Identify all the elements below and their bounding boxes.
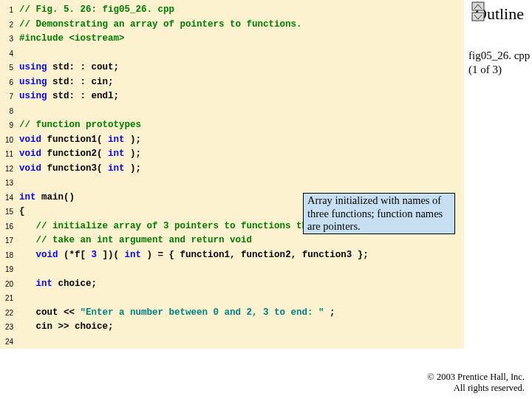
code-line: void function1( int ); — [19, 133, 369, 148]
line-number-gutter: 123456789101112131415161718192021222324 — [0, 3, 13, 349]
code-line — [19, 176, 369, 191]
code-line: void function3( int ); — [19, 162, 369, 177]
code-line: void (*f[ 3 ])( int ) = { function1, fun… — [19, 248, 369, 263]
line-number: 8 — [0, 104, 13, 119]
code-line — [19, 335, 369, 349]
code-line: // Fig. 5. 26: fig05_26. cpp — [19, 3, 369, 18]
code-line: // function prototypes — [19, 118, 369, 133]
code-line — [19, 262, 369, 277]
line-number: 23 — [0, 320, 13, 335]
line-number: 12 — [0, 162, 13, 177]
file-part: (1 of 3) — [468, 64, 502, 75]
code-line — [19, 104, 369, 119]
code-line: #include <iostream> — [19, 32, 369, 47]
line-number: 5 — [0, 61, 13, 75]
outline-panel: Outline fig05_26. cpp (1 of 3) — [467, 0, 532, 77]
code-line: using std: : cout; — [19, 61, 369, 75]
file-name: fig05_26. cpp — [468, 50, 530, 61]
code-line: int choice; — [19, 277, 369, 292]
code-line — [19, 291, 369, 306]
line-number: 22 — [0, 306, 13, 321]
code-line: void function2( int ); — [19, 147, 369, 162]
code-line: cout << "Enter a number between 0 and 2,… — [19, 306, 369, 321]
line-number: 7 — [0, 89, 13, 104]
code-line: cin >> choice; — [19, 320, 369, 335]
line-number: 2 — [0, 18, 13, 33]
line-number: 19 — [0, 262, 13, 277]
line-number: 6 — [0, 75, 13, 90]
copyright: © 2003 Prentice Hall, Inc. All rights re… — [427, 372, 525, 395]
line-number: 10 — [0, 133, 13, 148]
code-line: // Demonstrating an array of pointers to… — [19, 18, 369, 33]
line-number: 13 — [0, 176, 13, 191]
code-line: using std: : endl; — [19, 89, 369, 104]
code-line: // take an int argument and return void — [19, 233, 369, 248]
code-line: using std: : cin; — [19, 75, 369, 90]
line-number: 3 — [0, 32, 13, 47]
copyright-line1: © 2003 Prentice Hall, Inc. — [427, 372, 525, 382]
line-number: 1 — [0, 3, 13, 18]
line-number: 16 — [0, 219, 13, 234]
code-panel: 123456789101112131415161718192021222324 … — [0, 0, 464, 349]
line-number: 21 — [0, 291, 13, 306]
line-number: 18 — [0, 248, 13, 263]
annotation-callout: Array initialized with names of three fu… — [303, 193, 455, 234]
line-number: 14 — [0, 191, 13, 205]
svg-rect-0 — [472, 2, 484, 10]
line-number: 24 — [0, 335, 13, 349]
nav-icons — [471, 1, 486, 24]
file-label: fig05_26. cpp (1 of 3) — [468, 49, 532, 77]
line-number: 17 — [0, 233, 13, 248]
line-number: 4 — [0, 47, 13, 61]
line-number: 11 — [0, 147, 13, 162]
copyright-line2: All rights reserved. — [454, 383, 525, 393]
code-listing: // Fig. 5. 26: fig05_26. cpp// Demonstra… — [19, 3, 369, 349]
code-line — [19, 47, 369, 61]
line-number: 20 — [0, 277, 13, 292]
line-number: 9 — [0, 118, 13, 133]
line-number: 15 — [0, 205, 13, 219]
